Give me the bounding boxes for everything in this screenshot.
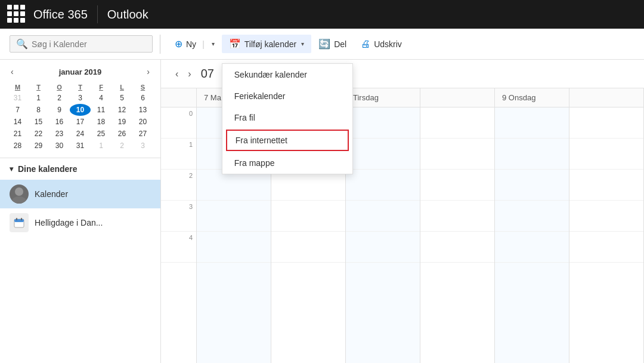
dropdown-item-holiday[interactable]: Feriekalender [222,85,352,107]
cal-day[interactable]: 27 [132,128,153,140]
cal-day[interactable]: 28 [7,140,28,152]
cal-day-today[interactable]: 10 [70,104,91,116]
cal-day[interactable]: 23 [49,128,70,140]
cal-day-col-5[interactable] [569,107,644,363]
waffle-menu[interactable] [7,5,26,24]
cal-day[interactable]: 8 [28,104,49,116]
cal-day[interactable]: 3 [70,92,91,104]
cal-cell[interactable] [569,139,643,170]
toolbar: 🔍 ⊕ Ny | ▾ 📅 Tilføj kalender ▾ Sekundær … [0,29,644,60]
cal-cell[interactable] [271,201,345,232]
cal-day[interactable]: 25 [91,128,112,140]
cal-day[interactable]: 6 [132,92,153,104]
suite-title: Office 365 [33,8,88,21]
dropdown-item-from-file[interactable]: Fra fil [222,107,352,128]
new-chevron[interactable]: ▾ [212,41,215,47]
cal-day-header-2: Tirsdag [346,88,420,107]
cal-day[interactable]: 19 [112,116,132,128]
new-button[interactable]: ⊕ Ny | ▾ [168,35,222,53]
print-button[interactable]: 🖨 Udskriv [354,35,409,53]
cal-day[interactable]: 29 [28,140,49,152]
cal-day[interactable]: 4 [91,92,112,104]
dropdown-item-secondary[interactable]: Sekundær kalender [222,64,352,85]
cal-day[interactable]: 20 [132,116,153,128]
cal-cell[interactable] [346,201,420,232]
cal-cell[interactable] [569,107,643,139]
mini-cal-next[interactable]: › [143,66,153,78]
dropdown-item-from-folder[interactable]: Fra mappe [222,152,352,174]
calendar-item-main[interactable]: Kalender [0,180,160,208]
cal-cell[interactable] [346,232,420,263]
cal-cell[interactable] [495,107,569,139]
search-input[interactable] [32,39,139,49]
cal-day[interactable]: 16 [49,116,70,128]
cal-cell[interactable] [569,170,643,201]
time-slot-2: 2 [161,170,196,201]
my-calendars-header[interactable]: ▾ Dine kalendere [0,158,160,180]
cal-cell[interactable] [495,201,569,232]
cal-day[interactable]: 1 [28,92,49,104]
cal-time-col: 0 1 2 3 4 [161,107,197,363]
cal-cell[interactable] [420,232,494,263]
cal-day[interactable]: 14 [7,116,28,128]
cal-cell[interactable] [495,170,569,201]
cal-day[interactable]: 18 [91,116,112,128]
cal-cell[interactable] [420,107,494,139]
cal-day[interactable]: 5 [112,92,132,104]
cal-day[interactable]: 12 [112,104,132,116]
cal-cell[interactable] [346,107,420,139]
cal-day-col-2[interactable] [346,107,420,363]
cal-day[interactable]: 11 [91,104,112,116]
cal-day[interactable]: 22 [28,128,49,140]
cal-day[interactable]: 7 [7,104,28,116]
cal-cell[interactable] [197,232,271,263]
mini-cal-prev[interactable]: ‹ [7,66,17,78]
dropdown-item-from-internet[interactable]: Fra internettet [226,130,349,151]
cal-next-btn[interactable]: › [183,66,196,82]
svg-point-1 [12,196,26,204]
cal-cell[interactable] [569,201,643,232]
weekday-o: O [49,82,70,92]
calendar-item-holidays[interactable]: Helligdage i Dan... [0,208,160,237]
cal-day-col-3[interactable] [420,107,495,363]
cal-day[interactable]: 1 [91,140,112,152]
cal-prev-btn[interactable]: ‹ [171,66,183,82]
cal-day[interactable]: 13 [132,104,153,116]
search-box[interactable]: 🔍 [10,35,153,53]
calendar-icon-holidays [10,213,29,232]
cal-day[interactable]: 17 [70,116,91,128]
weekday-m: M [7,82,28,92]
cal-cell[interactable] [346,139,420,170]
cal-day[interactable]: 2 [112,140,132,152]
cal-cell[interactable] [569,232,643,263]
mini-cal-grid: M T O T F L S 31 1 2 3 4 [7,82,153,152]
cal-day-col-4[interactable] [495,107,569,363]
cal-day[interactable]: 15 [28,116,49,128]
cal-day-header-4: 9 Onsdag [495,88,569,107]
mini-calendar: ‹ januar 2019 › M T O T F L S [0,60,160,158]
cal-cell[interactable] [197,201,271,232]
my-calendars-label: Dine kalendere [18,164,78,174]
cal-cell[interactable] [420,170,494,201]
sidebar: ‹ januar 2019 › M T O T F L S [0,60,161,363]
cal-cell[interactable] [420,139,494,170]
cal-day[interactable]: 30 [49,140,70,152]
add-calendar-chevron[interactable]: ▾ [301,41,304,47]
cal-cell[interactable] [420,201,494,232]
cal-day[interactable]: 9 [49,104,70,116]
share-button[interactable]: 🔄 Del [311,35,354,53]
cal-time-header [161,88,197,107]
cal-day[interactable]: 3 [132,140,153,152]
cal-day[interactable]: 21 [7,128,28,140]
cal-day[interactable]: 26 [112,128,132,140]
cal-day[interactable]: 2 [49,92,70,104]
cal-cell[interactable] [346,170,420,201]
cal-cell[interactable] [271,232,345,263]
cal-cell[interactable] [495,139,569,170]
cal-day[interactable]: 31 [7,92,28,104]
cal-day[interactable]: 24 [70,128,91,140]
cal-cell[interactable] [495,232,569,263]
add-calendar-button[interactable]: 📅 Tilføj kalender ▾ [222,35,311,53]
cal-day[interactable]: 31 [70,140,91,152]
calendar-label-main: Kalender [35,189,68,199]
